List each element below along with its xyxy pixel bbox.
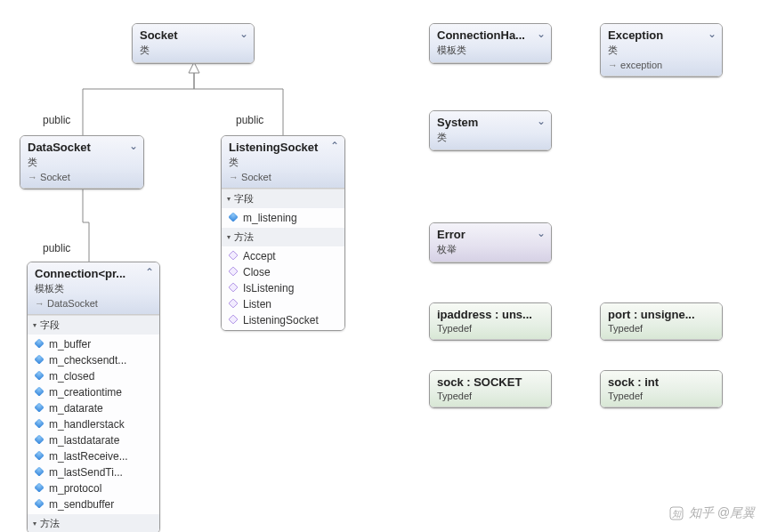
member-item[interactable]: m_checksendt...	[28, 352, 159, 368]
field-icon	[34, 466, 44, 476]
datasocket-title: DataSocket	[28, 141, 136, 155]
connection-subtitle: 模板类	[35, 282, 152, 295]
member-item[interactable]: m_lastdatarate	[28, 432, 159, 448]
watermark: 知 知乎 @尾翼	[669, 505, 755, 521]
method-icon	[228, 266, 238, 276]
class-connectionhandler[interactable]: ConnectionHa... 模板类 ⌄	[429, 23, 552, 64]
triangle-down-icon: ▾	[33, 520, 36, 528]
field-icon	[34, 434, 44, 444]
listening-title: ListeningSocket	[229, 141, 337, 155]
error-subtitle: 枚举	[437, 243, 544, 256]
method-icon	[228, 298, 238, 308]
connection-fields-head[interactable]: ▾字段	[28, 316, 159, 335]
listening-super: Socket	[229, 172, 337, 182]
chevron-down-icon[interactable]: ⌄	[537, 227, 546, 239]
listening-fields: m_listening	[222, 208, 344, 228]
chevron-down-icon[interactable]: ⌄	[129, 140, 138, 152]
class-socket[interactable]: Socket 类 ⌄	[132, 23, 255, 64]
field-icon	[34, 402, 44, 412]
socket-subtitle: 类	[140, 44, 247, 57]
port-subtitle: Typedef	[608, 323, 715, 334]
member-item[interactable]: Close	[222, 264, 344, 280]
inherit-label-public-3: public	[43, 242, 70, 254]
listening-subtitle: 类	[229, 156, 337, 169]
member-item[interactable]: m_lastSendTi...	[28, 464, 159, 480]
svg-marker-0	[189, 62, 199, 73]
typedef-ipaddress[interactable]: ipaddress : uns... Typedef	[429, 302, 552, 341]
listening-fields-head[interactable]: ▾字段	[222, 189, 344, 208]
svg-text:知: 知	[672, 509, 682, 519]
triangle-down-icon: ▾	[33, 321, 36, 329]
member-item[interactable]: m_protocol	[28, 480, 159, 496]
socket-title: Socket	[140, 28, 247, 43]
member-item[interactable]: m_creationtime	[28, 384, 159, 400]
ipaddress-title: ipaddress : uns...	[437, 308, 544, 322]
system-subtitle: 类	[437, 131, 544, 144]
member-item[interactable]: Accept	[222, 248, 344, 264]
member-item[interactable]: m_closed	[28, 368, 159, 384]
listening-methods-head[interactable]: ▾方法	[222, 228, 344, 246]
field-icon	[34, 498, 44, 508]
chevron-up-icon[interactable]: ⌃	[330, 140, 339, 152]
class-listeningsocket[interactable]: ListeningSocket 类 Socket ⌃ ▾字段 m_listeni…	[221, 135, 345, 331]
method-icon	[228, 282, 238, 292]
member-item[interactable]: ListeningSocket	[222, 312, 344, 328]
exception-super: exception	[608, 60, 715, 70]
connection-title: Connection<pr...	[35, 267, 152, 281]
exception-title: Exception	[608, 28, 715, 43]
port-title: port : unsigne...	[608, 308, 715, 322]
member-item[interactable]: m_listening	[222, 210, 344, 226]
field-icon	[34, 482, 44, 492]
class-connection[interactable]: Connection<pr... 模板类 DataSocket ⌃ ▾字段 m_…	[27, 262, 160, 532]
enum-error[interactable]: Error 枚举 ⌄	[429, 222, 552, 263]
class-system[interactable]: System 类 ⌄	[429, 110, 552, 151]
error-title: Error	[437, 228, 544, 242]
connhandler-subtitle: 模板类	[437, 44, 544, 57]
field-icon	[34, 450, 44, 460]
sock-socket-title: sock : SOCKET	[437, 375, 544, 390]
class-datasocket[interactable]: DataSocket 类 Socket ⌄	[20, 135, 144, 189]
chevron-down-icon[interactable]: ⌄	[537, 28, 546, 40]
ipaddress-subtitle: Typedef	[437, 323, 544, 334]
member-item[interactable]: m_sendbuffer	[28, 496, 159, 512]
connhandler-title: ConnectionHa...	[437, 28, 544, 43]
chevron-down-icon[interactable]: ⌄	[537, 115, 546, 127]
field-icon	[34, 354, 44, 364]
datasocket-subtitle: 类	[28, 156, 136, 169]
field-icon	[34, 370, 44, 380]
sock-int-subtitle: Typedef	[608, 391, 715, 401]
zhihu-icon: 知	[669, 506, 684, 520]
member-item[interactable]: m_datarate	[28, 400, 159, 416]
method-icon	[228, 314, 238, 324]
inherit-label-public-2: public	[236, 114, 263, 126]
typedef-port[interactable]: port : unsigne... Typedef	[600, 302, 723, 341]
typedef-sock-socket[interactable]: sock : SOCKET Typedef	[429, 370, 552, 408]
member-item[interactable]: Listen	[222, 296, 344, 312]
triangle-down-icon: ▾	[227, 233, 231, 241]
system-title: System	[437, 116, 544, 130]
member-item[interactable]: m_lastReceive...	[28, 448, 159, 464]
member-item[interactable]: IsListening	[222, 280, 344, 296]
sock-int-title: sock : int	[608, 375, 715, 390]
field-icon	[34, 338, 44, 348]
connection-fields: m_bufferm_checksendt...m_closedm_creatio…	[28, 335, 159, 514]
method-icon	[228, 250, 238, 260]
class-exception[interactable]: Exception 类 exception ⌄	[600, 23, 723, 77]
inherit-label-public-1: public	[43, 114, 70, 126]
typedef-sock-int[interactable]: sock : int Typedef	[600, 370, 723, 408]
chevron-up-icon[interactable]: ⌃	[145, 266, 154, 278]
field-icon	[228, 212, 238, 222]
field-icon	[34, 386, 44, 396]
chevron-down-icon[interactable]: ⌄	[708, 28, 716, 40]
listening-methods: AcceptCloseIsListeningListenListeningSoc…	[222, 246, 344, 330]
connection-methods-head[interactable]: ▾方法	[28, 514, 159, 532]
datasocket-super: Socket	[28, 172, 136, 182]
connection-super: DataSocket	[35, 298, 152, 309]
member-item[interactable]: m_buffer	[28, 336, 159, 352]
chevron-down-icon[interactable]: ⌄	[239, 28, 248, 40]
sock-socket-subtitle: Typedef	[437, 391, 544, 401]
triangle-down-icon: ▾	[227, 195, 231, 203]
field-icon	[34, 418, 44, 428]
member-item[interactable]: m_handlerstack	[28, 416, 159, 432]
exception-subtitle: 类	[608, 44, 715, 57]
